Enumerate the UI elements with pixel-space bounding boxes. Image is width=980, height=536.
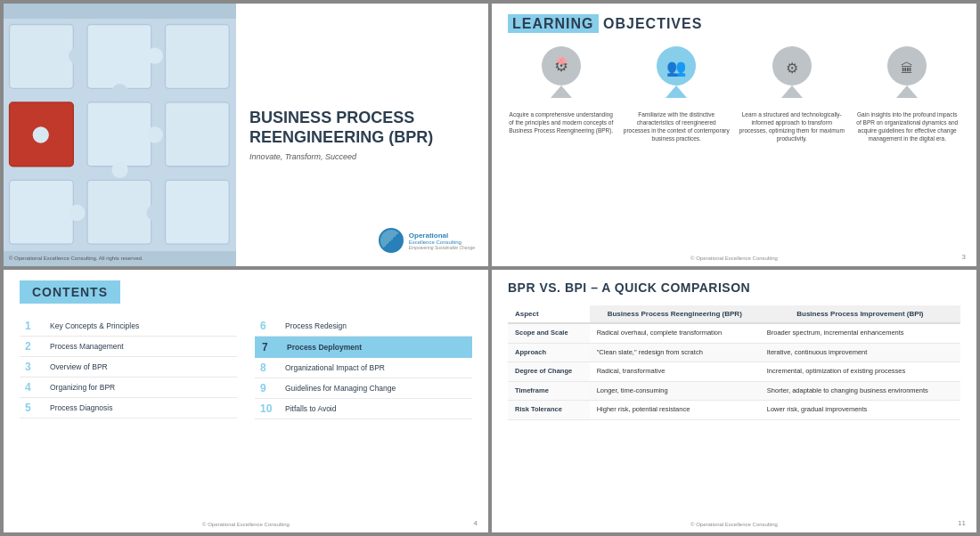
svg-point-16 <box>69 205 85 221</box>
comparison-header: BPR vs. BPI – A QUICK COMPARISON <box>508 280 960 295</box>
obj4-text: Gain insights into the profound impacts … <box>854 110 961 142</box>
svg-point-14 <box>147 126 163 142</box>
objective-2: 👥 Familiarize with the distinctive chara… <box>624 46 731 142</box>
item2-num: 2 <box>25 340 43 353</box>
slide-contents: CONTENTS 1 Key Concepts & Principles 2 P… <box>4 270 488 532</box>
comp-header-dash: – <box>587 280 602 295</box>
row3-bpr: Radical, transformative <box>590 362 760 382</box>
contents-header-text: CONTENTS <box>32 285 108 299</box>
item8-label: Organizational Impact of BPR <box>285 363 385 372</box>
slide-title: © Operational Excellence Consulting. All… <box>4 4 488 266</box>
slide1-copyright: © Operational Excellence Consulting. All… <box>9 256 143 261</box>
svg-rect-6 <box>165 102 229 166</box>
contents-item-7: 7 Process Deployment <box>255 337 472 358</box>
contents-item-9: 9 Guidelines for Managing Change <box>255 378 472 399</box>
contents-item-2: 2 Process Management <box>20 337 237 357</box>
row2-aspect: Approach <box>508 343 590 362</box>
row5-aspect: Risk Tolerance <box>508 401 590 420</box>
slide3-page-num: 4 <box>474 519 478 527</box>
item6-num: 6 <box>260 320 278 332</box>
item4-num: 4 <box>25 381 43 394</box>
objective-3: ⚙ Learn a structured and technologically… <box>739 46 845 142</box>
row4-aspect: Timeframe <box>508 381 590 401</box>
svg-marker-26 <box>781 85 803 98</box>
table-row: Scope and Scale Radical overhaul, comple… <box>508 323 960 343</box>
svg-marker-19 <box>551 85 572 98</box>
svg-point-17 <box>147 205 163 221</box>
obj2-text: Familiarize with the distinctive charact… <box>624 110 731 142</box>
slide1-title: BUSINESS PROCESS REENGINEERING (BPR) <box>249 109 475 147</box>
slide-comparison: BPR vs. BPI – A QUICK COMPARISON Aspect … <box>492 270 976 532</box>
obj2-icon-wrap: 👥 <box>652 46 700 103</box>
table-row: Approach "Clean slate," redesign from sc… <box>508 343 960 362</box>
item5-label: Process Diagnosis <box>50 403 112 412</box>
comp-header-part1: BPR vs. BPI <box>508 280 587 295</box>
item10-label: Pitfalls to Avoid <box>285 404 337 413</box>
svg-point-10 <box>69 48 85 64</box>
row1-bpr: Radical overhaul, complete transformatio… <box>590 323 760 343</box>
contents-right-col: 6 Process Redesign 7 Process Deployment … <box>255 316 472 419</box>
slide3-footer: © Operational Excellence Consulting <box>4 522 488 527</box>
contents-item-5: 5 Process Diagnosis <box>20 398 237 418</box>
svg-text:🏛: 🏛 <box>901 61 913 76</box>
col-header-bpr: Business Process Reengineering (BPR) <box>590 305 760 323</box>
contents-item-6: 6 Process Redesign <box>255 316 472 337</box>
logo-tagline-text: Empowering Sustainable Change <box>409 245 475 250</box>
logo-circle-icon <box>379 228 404 253</box>
svg-rect-2 <box>87 24 151 88</box>
svg-rect-5 <box>87 102 151 166</box>
slide-objectives: LEARNING OBJECTIVES ⚙ 🧠 Acquire a compre… <box>492 4 976 266</box>
svg-marker-23 <box>666 85 687 98</box>
svg-point-13 <box>33 126 49 142</box>
obj1-text: Acquire a comprehensive understanding of… <box>508 110 615 134</box>
item9-num: 9 <box>260 382 278 394</box>
item9-label: Guidelines for Managing Change <box>285 384 396 393</box>
slide1-subtitle: Innovate, Transform, Succeed <box>249 152 475 161</box>
row1-aspect: Scope and Scale <box>508 323 590 343</box>
comparison-table: Aspect Business Process Reengineering (B… <box>508 305 960 420</box>
col-header-bpi: Business Process Improvement (BPI) <box>760 305 960 323</box>
obj4-icon-wrap: 🏛 <box>883 46 931 103</box>
svg-text:⚙: ⚙ <box>786 61 798 76</box>
svg-rect-7 <box>10 180 74 244</box>
objectives-header: LEARNING OBJECTIVES <box>508 16 960 32</box>
contents-item-8: 8 Organizational Impact of BPR <box>255 358 472 378</box>
contents-grid: 1 Key Concepts & Principles 2 Process Ma… <box>20 316 472 419</box>
contents-header-box: CONTENTS <box>20 280 120 304</box>
contents-item-1: 1 Key Concepts & Principles <box>20 316 237 337</box>
logo-text: Operational Excellence Consulting Empowe… <box>409 231 475 250</box>
row4-bpi: Shorter, adaptable to changing business … <box>760 381 960 401</box>
objectives-title: LEARNING OBJECTIVES <box>508 16 702 32</box>
item7-label: Process Deployment <box>287 343 362 352</box>
svg-text:🧠: 🧠 <box>556 55 568 67</box>
objective-4: 🏛 Gain insights into the profound impact… <box>854 46 961 142</box>
svg-point-11 <box>111 84 127 100</box>
row5-bpr: Higher risk, potential resistance <box>590 401 760 420</box>
header-word1: LEARNING <box>508 14 599 33</box>
row5-bpi: Lower risk, gradual improvements <box>760 401 960 420</box>
slide1-text-area: BUSINESS PROCESS REENGINEERING (BPR) Inn… <box>236 4 488 266</box>
obj1-icon-wrap: ⚙ 🧠 <box>537 46 585 103</box>
item3-num: 3 <box>25 361 43 373</box>
svg-marker-29 <box>896 85 918 98</box>
logo-area: Operational Excellence Consulting Empowe… <box>379 228 475 253</box>
row1-bpi: Broader spectrum, incremental enhancemen… <box>760 323 960 343</box>
item5-num: 5 <box>25 402 43 414</box>
item10-num: 10 <box>260 402 278 415</box>
table-row: Timeframe Longer, time-consuming Shorter… <box>508 381 960 401</box>
header-word2: OBJECTIVES <box>603 16 702 31</box>
obj3-text: Learn a structured and technologically-i… <box>739 110 845 142</box>
item2-label: Process Management <box>50 342 124 351</box>
item6-label: Process Redesign <box>285 321 347 330</box>
item1-num: 1 <box>25 320 43 332</box>
table-row: Risk Tolerance Higher risk, potential re… <box>508 401 960 420</box>
item7-num: 7 <box>262 341 280 353</box>
slide4-footer: © Operational Excellence Consulting <box>492 522 976 527</box>
item4-label: Organizing for BPR <box>50 383 115 392</box>
table-row: Degree of Change Radical, transformative… <box>508 362 960 382</box>
puzzle-image-area: © Operational Excellence Consulting. All… <box>4 4 236 266</box>
item8-num: 8 <box>260 361 278 374</box>
svg-point-12 <box>147 48 163 64</box>
contents-item-3: 3 Overview of BPR <box>20 357 237 378</box>
slide2-footer: © Operational Excellence Consulting <box>492 256 976 261</box>
